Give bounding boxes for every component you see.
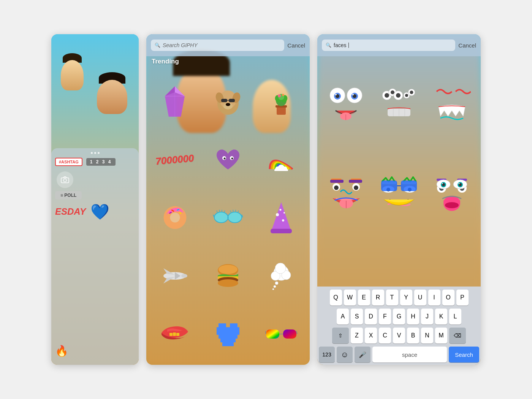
search-bar: 🔍 Search GIPHY Cancel <box>146 34 310 56</box>
key-A[interactable]: A <box>337 309 349 325</box>
key-T[interactable]: T <box>386 290 398 306</box>
svg-point-74 <box>274 285 276 288</box>
keyboard-row3: ⇧ Z X C V B N M ⌫ <box>319 328 479 344</box>
search-bar-s3: 🔍 faces Cancel <box>317 34 481 56</box>
key-Y[interactable]: Y <box>400 290 412 306</box>
rainbow-glasses-sticker[interactable] <box>255 305 307 363</box>
svg-rect-78 <box>176 333 179 336</box>
sticker-grid: 7000000 <box>146 71 310 365</box>
keyboard-row2: A S D F G H J K L <box>319 309 479 325</box>
key-mic[interactable]: 🎤 <box>355 347 370 363</box>
key-X[interactable]: X <box>365 328 377 344</box>
face-sticker-1[interactable] <box>320 59 372 147</box>
camera-button[interactable] <box>57 171 73 188</box>
svg-rect-81 <box>230 323 234 327</box>
key-delete[interactable]: ⌫ <box>449 328 466 344</box>
cancel-button-s2[interactable]: Cancel <box>287 42 305 49</box>
sevenmil-label: 7000000 <box>155 152 195 167</box>
plant-sticker[interactable] <box>255 73 307 130</box>
pixel-heart-sticker[interactable] <box>202 305 254 363</box>
svg-rect-92 <box>222 342 234 346</box>
key-K[interactable]: K <box>435 309 447 325</box>
key-D[interactable]: D <box>365 309 377 325</box>
key-B[interactable]: B <box>407 328 419 344</box>
search-value-s3[interactable]: faces <box>334 42 346 48</box>
hashtag-sticker[interactable]: #ASHTAG <box>55 158 82 166</box>
face-sticker-3[interactable] <box>426 59 478 147</box>
cursor <box>348 43 349 48</box>
key-space[interactable]: space <box>372 347 447 363</box>
svg-point-162 <box>442 183 443 184</box>
key-P[interactable]: P <box>456 290 469 306</box>
counter-sticker[interactable]: 1 2 3 4 <box>86 158 116 166</box>
wizard-hat-sticker[interactable] <box>255 189 307 247</box>
key-E[interactable]: E <box>358 290 370 306</box>
svg-rect-86 <box>228 327 232 331</box>
svg-line-51 <box>230 211 231 212</box>
sevenmil-sticker[interactable]: 7000000 <box>149 131 201 188</box>
svg-rect-15 <box>229 99 235 102</box>
camera-icon <box>61 176 69 183</box>
key-M[interactable]: M <box>435 328 447 344</box>
purple-heart-sticker[interactable] <box>202 131 254 188</box>
face-sticker-2[interactable] <box>373 59 424 147</box>
face-sticker-9[interactable] <box>426 147 478 233</box>
key-C[interactable]: C <box>379 328 391 344</box>
face-sticker-7[interactable] <box>320 147 372 233</box>
lips-sticker[interactable] <box>149 305 201 363</box>
svg-point-111 <box>385 93 389 98</box>
key-R[interactable]: R <box>372 290 384 306</box>
cloud-sticker[interactable] <box>255 247 307 304</box>
svg-rect-95 <box>283 329 296 339</box>
donut-sticker[interactable] <box>149 189 201 247</box>
svg-line-50 <box>224 211 225 212</box>
rainbow-sticker[interactable] <box>255 131 307 188</box>
burger-sticker[interactable] <box>202 247 254 304</box>
svg-point-63 <box>181 274 187 278</box>
svg-point-39 <box>170 213 180 223</box>
crystal-sticker[interactable] <box>149 73 201 130</box>
key-U[interactable]: U <box>414 290 426 306</box>
key-G[interactable]: G <box>393 309 405 325</box>
panel-dots <box>55 152 135 154</box>
key-Z[interactable]: Z <box>351 328 363 344</box>
key-J[interactable]: J <box>421 309 433 325</box>
key-Q[interactable]: Q <box>330 290 342 306</box>
face-sticker-8[interactable] <box>373 147 424 233</box>
key-H[interactable]: H <box>407 309 419 325</box>
poll-sticker[interactable]: ≡ POLL <box>55 191 82 200</box>
search-input-placeholder[interactable]: Search GIPHY <box>163 42 198 48</box>
svg-rect-91 <box>220 339 236 342</box>
svg-rect-76 <box>169 333 173 336</box>
svg-line-45 <box>213 215 214 217</box>
key-L[interactable]: L <box>449 309 461 325</box>
key-O[interactable]: O <box>442 290 454 306</box>
key-I[interactable]: I <box>428 290 440 306</box>
key-F[interactable]: F <box>379 309 391 325</box>
svg-point-72 <box>275 263 286 274</box>
key-W[interactable]: W <box>344 290 356 306</box>
key-shift[interactable]: ⇧ <box>332 328 349 344</box>
cancel-button-s3[interactable]: Cancel <box>458 42 476 49</box>
keyboard-row1: Q W E R T Y U I O P <box>319 290 479 306</box>
key-S[interactable]: S <box>351 309 363 325</box>
key-N[interactable]: N <box>421 328 433 344</box>
svg-line-54 <box>238 211 239 212</box>
search-input-faces[interactable]: 🔍 faces <box>322 40 455 51</box>
dog-sticker[interactable] <box>202 73 254 130</box>
key-num[interactable]: 123 <box>319 347 335 363</box>
svg-point-60 <box>280 209 282 211</box>
svg-point-107 <box>352 94 354 95</box>
plane-sticker[interactable] <box>149 247 201 304</box>
search-input-wrapper[interactable]: 🔍 Search GIPHY <box>151 40 284 51</box>
sunglasses-sticker[interactable] <box>202 189 254 247</box>
svg-rect-82 <box>234 323 238 327</box>
svg-rect-17 <box>277 106 286 115</box>
key-search[interactable]: Search <box>449 347 479 363</box>
svg-rect-77 <box>173 332 176 336</box>
svg-rect-90 <box>218 335 238 339</box>
search-magnifier-icon: 🔍 <box>155 43 160 48</box>
key-emoji[interactable]: ☺ <box>337 347 353 363</box>
svg-point-68 <box>218 279 238 287</box>
key-V[interactable]: V <box>393 328 405 344</box>
